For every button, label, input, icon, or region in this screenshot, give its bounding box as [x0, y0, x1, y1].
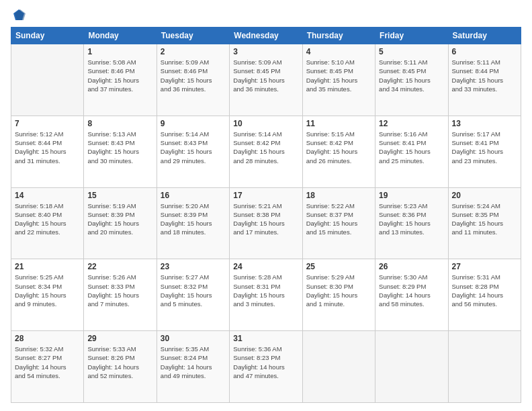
day-info: Sunrise: 5:12 AM Sunset: 8:44 PM Dayligh… — [15, 130, 80, 165]
day-info: Sunrise: 5:31 AM Sunset: 8:28 PM Dayligh… — [452, 273, 517, 308]
day-info: Sunrise: 5:36 AM Sunset: 8:23 PM Dayligh… — [233, 345, 298, 380]
week-row-2: 7Sunrise: 5:12 AM Sunset: 8:44 PM Daylig… — [11, 116, 521, 187]
calendar-body: 1Sunrise: 5:08 AM Sunset: 8:46 PM Daylig… — [11, 44, 521, 403]
header — [11, 8, 521, 21]
day-cell: 28Sunrise: 5:32 AM Sunset: 8:27 PM Dayli… — [11, 331, 84, 403]
day-info: Sunrise: 5:14 AM Sunset: 8:43 PM Dayligh… — [161, 130, 226, 165]
day-cell: 14Sunrise: 5:18 AM Sunset: 8:40 PM Dayli… — [11, 187, 84, 259]
day-info: Sunrise: 5:32 AM Sunset: 8:27 PM Dayligh… — [15, 345, 80, 380]
day-info: Sunrise: 5:26 AM Sunset: 8:33 PM Dayligh… — [87, 273, 152, 308]
day-cell: 1Sunrise: 5:08 AM Sunset: 8:46 PM Daylig… — [84, 44, 157, 116]
day-cell — [11, 44, 84, 116]
page: SundayMondayTuesdayWednesdayThursdayFrid… — [0, 0, 532, 411]
day-cell: 21Sunrise: 5:25 AM Sunset: 8:34 PM Dayli… — [11, 259, 84, 331]
day-number: 1 — [87, 47, 152, 56]
day-info: Sunrise: 5:30 AM Sunset: 8:29 PM Dayligh… — [379, 273, 444, 308]
calendar-table: SundayMondayTuesdayWednesdayThursdayFrid… — [11, 27, 521, 403]
day-info: Sunrise: 5:20 AM Sunset: 8:39 PM Dayligh… — [161, 201, 226, 237]
day-cell — [375, 331, 448, 403]
day-number: 19 — [379, 191, 444, 200]
day-cell: 10Sunrise: 5:14 AM Sunset: 8:42 PM Dayli… — [230, 116, 302, 187]
day-info: Sunrise: 5:21 AM Sunset: 8:38 PM Dayligh… — [233, 201, 298, 237]
day-info: Sunrise: 5:18 AM Sunset: 8:40 PM Dayligh… — [15, 201, 80, 237]
day-info: Sunrise: 5:27 AM Sunset: 8:32 PM Dayligh… — [161, 273, 226, 308]
day-cell — [448, 331, 521, 403]
day-cell: 20Sunrise: 5:24 AM Sunset: 8:35 PM Dayli… — [448, 187, 521, 259]
day-cell: 12Sunrise: 5:16 AM Sunset: 8:41 PM Dayli… — [375, 116, 448, 187]
day-cell — [302, 331, 375, 403]
header-cell-monday: Monday — [84, 28, 157, 44]
day-number: 6 — [452, 47, 517, 56]
day-cell: 17Sunrise: 5:21 AM Sunset: 8:38 PM Dayli… — [230, 187, 302, 259]
day-cell: 11Sunrise: 5:15 AM Sunset: 8:42 PM Dayli… — [302, 116, 375, 187]
day-cell: 31Sunrise: 5:36 AM Sunset: 8:23 PM Dayli… — [230, 331, 302, 403]
day-cell: 22Sunrise: 5:26 AM Sunset: 8:33 PM Dayli… — [84, 259, 157, 331]
day-number: 30 — [161, 334, 226, 343]
day-cell: 27Sunrise: 5:31 AM Sunset: 8:28 PM Dayli… — [448, 259, 521, 331]
day-cell: 7Sunrise: 5:12 AM Sunset: 8:44 PM Daylig… — [11, 116, 84, 187]
svg-marker-1 — [15, 9, 26, 20]
day-cell: 29Sunrise: 5:33 AM Sunset: 8:26 PM Dayli… — [84, 331, 157, 403]
header-cell-thursday: Thursday — [302, 28, 375, 44]
day-number: 9 — [161, 119, 226, 128]
week-row-3: 14Sunrise: 5:18 AM Sunset: 8:40 PM Dayli… — [11, 187, 521, 259]
day-number: 4 — [306, 47, 371, 56]
day-number: 2 — [161, 47, 226, 56]
day-info: Sunrise: 5:29 AM Sunset: 8:30 PM Dayligh… — [306, 273, 371, 308]
day-info: Sunrise: 5:11 AM Sunset: 8:45 PM Dayligh… — [379, 58, 444, 93]
day-info: Sunrise: 5:23 AM Sunset: 8:36 PM Dayligh… — [379, 201, 444, 237]
day-cell: 18Sunrise: 5:22 AM Sunset: 8:37 PM Dayli… — [302, 187, 375, 259]
day-number: 10 — [233, 119, 298, 128]
day-info: Sunrise: 5:10 AM Sunset: 8:45 PM Dayligh… — [306, 58, 371, 93]
day-info: Sunrise: 5:14 AM Sunset: 8:42 PM Dayligh… — [233, 130, 298, 165]
day-cell: 23Sunrise: 5:27 AM Sunset: 8:32 PM Dayli… — [157, 259, 229, 331]
day-cell: 15Sunrise: 5:19 AM Sunset: 8:39 PM Dayli… — [84, 187, 157, 259]
day-info: Sunrise: 5:35 AM Sunset: 8:24 PM Dayligh… — [161, 345, 226, 380]
logo — [11, 8, 26, 21]
day-number: 15 — [87, 191, 152, 200]
day-cell: 4Sunrise: 5:10 AM Sunset: 8:45 PM Daylig… — [302, 44, 375, 116]
day-cell: 2Sunrise: 5:09 AM Sunset: 8:46 PM Daylig… — [157, 44, 229, 116]
day-number: 5 — [379, 47, 444, 56]
day-info: Sunrise: 5:22 AM Sunset: 8:37 PM Dayligh… — [306, 201, 371, 237]
day-info: Sunrise: 5:15 AM Sunset: 8:42 PM Dayligh… — [306, 130, 371, 165]
day-number: 12 — [379, 119, 444, 128]
week-row-4: 21Sunrise: 5:25 AM Sunset: 8:34 PM Dayli… — [11, 259, 521, 331]
header-cell-wednesday: Wednesday — [230, 28, 302, 44]
day-number: 28 — [15, 334, 80, 343]
day-number: 24 — [233, 262, 298, 271]
day-number: 21 — [15, 262, 80, 271]
header-row: SundayMondayTuesdayWednesdayThursdayFrid… — [11, 28, 521, 44]
day-number: 17 — [233, 191, 298, 200]
day-info: Sunrise: 5:09 AM Sunset: 8:45 PM Dayligh… — [233, 58, 298, 93]
day-info: Sunrise: 5:19 AM Sunset: 8:39 PM Dayligh… — [87, 201, 152, 237]
day-info: Sunrise: 5:13 AM Sunset: 8:43 PM Dayligh… — [87, 130, 152, 165]
day-cell: 8Sunrise: 5:13 AM Sunset: 8:43 PM Daylig… — [84, 116, 157, 187]
header-cell-sunday: Sunday — [11, 28, 84, 44]
day-cell: 5Sunrise: 5:11 AM Sunset: 8:45 PM Daylig… — [375, 44, 448, 116]
day-cell: 6Sunrise: 5:11 AM Sunset: 8:44 PM Daylig… — [448, 44, 521, 116]
day-info: Sunrise: 5:28 AM Sunset: 8:31 PM Dayligh… — [233, 273, 298, 308]
day-info: Sunrise: 5:33 AM Sunset: 8:26 PM Dayligh… — [87, 345, 152, 380]
day-info: Sunrise: 5:24 AM Sunset: 8:35 PM Dayligh… — [452, 201, 517, 237]
header-cell-tuesday: Tuesday — [157, 28, 229, 44]
day-cell: 24Sunrise: 5:28 AM Sunset: 8:31 PM Dayli… — [230, 259, 302, 331]
day-number: 11 — [306, 119, 371, 128]
day-cell: 25Sunrise: 5:29 AM Sunset: 8:30 PM Dayli… — [302, 259, 375, 331]
day-number: 8 — [87, 119, 152, 128]
day-cell: 9Sunrise: 5:14 AM Sunset: 8:43 PM Daylig… — [157, 116, 229, 187]
day-number: 18 — [306, 191, 371, 200]
day-cell: 3Sunrise: 5:09 AM Sunset: 8:45 PM Daylig… — [230, 44, 302, 116]
day-number: 31 — [233, 334, 298, 343]
day-number: 22 — [87, 262, 152, 271]
day-cell: 19Sunrise: 5:23 AM Sunset: 8:36 PM Dayli… — [375, 187, 448, 259]
day-info: Sunrise: 5:11 AM Sunset: 8:44 PM Dayligh… — [452, 58, 517, 93]
day-number: 14 — [15, 191, 80, 200]
day-info: Sunrise: 5:25 AM Sunset: 8:34 PM Dayligh… — [15, 273, 80, 308]
day-number: 7 — [15, 119, 80, 128]
day-info: Sunrise: 5:16 AM Sunset: 8:41 PM Dayligh… — [379, 130, 444, 165]
day-cell: 13Sunrise: 5:17 AM Sunset: 8:41 PM Dayli… — [448, 116, 521, 187]
header-cell-friday: Friday — [375, 28, 448, 44]
calendar-header: SundayMondayTuesdayWednesdayThursdayFrid… — [11, 28, 521, 44]
day-number: 29 — [87, 334, 152, 343]
